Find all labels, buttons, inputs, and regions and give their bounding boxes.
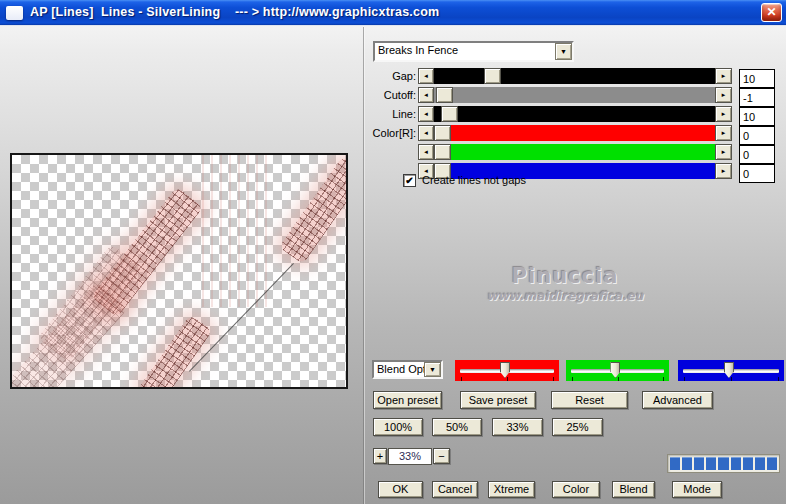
chevron-down-icon[interactable]: ▼ [555, 43, 572, 60]
watermark: Pinuccia www.maidiregrafica.eu [430, 264, 700, 303]
left-arrow-icon[interactable]: ◄ [418, 68, 434, 84]
cutoff-slider-track[interactable] [434, 87, 715, 103]
slider-label-color-r: Color[R]: [339, 127, 416, 139]
right-arrow-icon[interactable]: ► [715, 87, 732, 103]
watermark-url: www.maidiregrafica.eu [430, 289, 700, 303]
left-arrow-icon[interactable]: ◄ [418, 125, 434, 141]
chevron-down-icon[interactable]: ▼ [424, 362, 441, 377]
progress-segment [718, 457, 728, 470]
window-title: AP [Lines] Lines - SilverLining --- > ht… [30, 5, 439, 19]
reset-button[interactable]: Reset [551, 391, 628, 409]
tick-mark [553, 377, 554, 381]
cutoff-slider[interactable]: ◄ ► [418, 87, 732, 103]
save-preset-button[interactable]: Save preset [460, 391, 536, 409]
color-green-value-field[interactable] [739, 145, 775, 164]
red-trackbar-thumb[interactable] [500, 362, 510, 378]
progress-segment [731, 457, 741, 470]
zoom-25-button[interactable]: 25% [552, 418, 603, 436]
color-red-value-field[interactable] [739, 126, 775, 145]
left-arrow-icon[interactable]: ◄ [418, 87, 434, 103]
gap-value-field[interactable] [739, 69, 775, 88]
line-value-field[interactable] [739, 107, 775, 126]
progress-segment [670, 457, 680, 470]
right-arrow-icon[interactable]: ► [715, 68, 732, 84]
color-green-slider[interactable]: ◄ ► [418, 144, 732, 160]
cutoff-value-field[interactable] [739, 88, 775, 107]
red-trackbar[interactable] [455, 360, 559, 381]
green-trackbar-thumb[interactable] [610, 362, 620, 378]
green-trackbar[interactable] [566, 360, 669, 381]
color-green-slider-track[interactable] [434, 144, 715, 160]
tick-mark [778, 377, 779, 381]
line-slider[interactable]: ◄ ► [418, 106, 732, 122]
blue-trackbar[interactable] [678, 360, 784, 381]
color-red-slider-thumb[interactable] [434, 125, 451, 141]
plugin-window: AP [Lines] Lines - SilverLining --- > ht… [0, 0, 786, 504]
gap-slider-thumb[interactable] [484, 68, 501, 84]
blue-trackbar-thumb[interactable] [724, 362, 734, 378]
create-lines-checkbox-label: Create lines not gaps [422, 174, 526, 186]
close-icon: ✕ [766, 5, 776, 19]
tick-mark [507, 377, 508, 381]
ok-button[interactable]: OK [378, 481, 423, 498]
zoom-33-button[interactable]: 33% [492, 418, 543, 436]
right-arrow-icon[interactable]: ► [715, 144, 732, 160]
tick-mark [663, 377, 664, 381]
advanced-button[interactable]: Advanced [642, 391, 713, 409]
app-icon [6, 6, 23, 20]
right-arrow-icon[interactable]: ► [715, 106, 732, 122]
line-slider-track[interactable] [434, 106, 715, 122]
line-slider-thumb[interactable] [441, 106, 458, 122]
progress-segment [706, 457, 716, 470]
slider-label-cutoff: Cutoff: [339, 89, 416, 101]
right-arrow-icon[interactable]: ► [715, 125, 732, 141]
color-red-slider[interactable]: ◄ ► [418, 125, 732, 141]
tick-mark [684, 377, 685, 381]
left-arrow-icon[interactable]: ◄ [418, 144, 434, 160]
tick-mark [461, 377, 462, 381]
tick-mark [618, 377, 619, 381]
gap-slider-track[interactable] [434, 68, 715, 84]
progress-bar [667, 454, 780, 473]
preview-band [279, 156, 348, 265]
open-preset-button[interactable]: Open preset [373, 391, 442, 409]
color-red-slider-track[interactable] [434, 125, 715, 141]
progress-segment [682, 457, 692, 470]
color-green-slider-thumb[interactable] [434, 144, 451, 160]
preview-band [137, 314, 213, 389]
progress-segment [767, 457, 777, 470]
xtreme-button[interactable]: Xtreme [488, 481, 535, 498]
zoom-in-button[interactable]: + [373, 448, 387, 464]
preview-canvas [10, 153, 348, 389]
preset-dropdown[interactable]: Breaks In Fence ▼ [373, 41, 574, 62]
preset-dropdown-value: Breaks In Fence [378, 44, 458, 56]
slider-label-gap: Gap: [339, 70, 416, 82]
blend-options-dropdown[interactable]: Blend Opti ▼ [372, 360, 443, 379]
gap-slider[interactable]: ◄ ► [418, 68, 732, 84]
zoom-50-button[interactable]: 50% [432, 418, 482, 436]
mode-button[interactable]: Mode [672, 481, 722, 498]
color-blue-value-field[interactable] [739, 164, 775, 183]
zoom-level-display[interactable]: 33% [388, 448, 432, 465]
left-arrow-icon[interactable]: ◄ [418, 106, 434, 122]
right-arrow-icon[interactable]: ► [715, 163, 732, 179]
watermark-name: Pinuccia [430, 264, 700, 288]
preview-streaks [202, 155, 274, 307]
tick-mark [731, 377, 732, 381]
progress-segment [755, 457, 765, 470]
blend-options-dropdown-value: Blend Opti [377, 363, 428, 375]
slider-label-line: Line: [339, 108, 416, 120]
blend-button[interactable]: Blend [612, 481, 655, 498]
create-lines-checkbox[interactable]: ✔ [403, 174, 416, 187]
zoom-out-button[interactable]: − [433, 448, 450, 464]
color-button[interactable]: Color [552, 481, 600, 498]
zoom-100-button[interactable]: 100% [373, 418, 423, 436]
cutoff-slider-thumb[interactable] [436, 87, 453, 103]
checkmark-icon: ✔ [405, 175, 413, 186]
progress-segment [694, 457, 704, 470]
tick-mark [572, 377, 573, 381]
close-button[interactable]: ✕ [761, 3, 782, 22]
titlebar: AP [Lines] Lines - SilverLining --- > ht… [0, 0, 786, 26]
cancel-button[interactable]: Cancel [432, 481, 478, 498]
progress-segment [743, 457, 753, 470]
